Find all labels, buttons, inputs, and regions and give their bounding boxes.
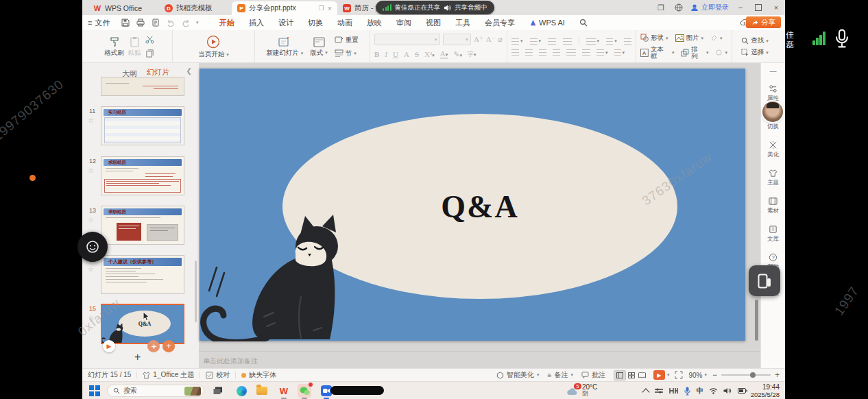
panel-scrollbar[interactable] [195,261,197,322]
redo-icon[interactable] [181,19,190,27]
play-slide-button[interactable]: ▶ [103,340,115,352]
wechat-icon[interactable] [298,384,311,398]
presenter-camera-avatar[interactable] [762,101,783,122]
shapes-button[interactable]: 形状▾ [640,34,668,42]
star-icon[interactable]: ☆ [88,265,94,273]
add-slide-button[interactable]: + [134,351,141,363]
tab-slideshow[interactable]: 放映 [367,18,382,28]
star-icon[interactable]: ☆ [88,216,94,223]
share-button[interactable]: 分享 [746,16,781,28]
zoom-out-button[interactable]: − [712,370,717,380]
format-painter-button[interactable]: 格式刷 [104,36,124,56]
layout-mode-icon[interactable]: ❐ [652,0,670,15]
tab-view[interactable]: 视图 [426,18,441,28]
taskbar-weather-widget[interactable]: 5 20°C 阴 [566,383,597,398]
collapse-sidebar-icon[interactable]: — [770,67,777,75]
outline-color-button[interactable]: ▾ [715,49,727,56]
restore-button[interactable] [749,0,767,15]
picture-button[interactable]: 图片▾ [675,34,704,42]
slide-thumbnail-15-selected[interactable]: Q&A [101,304,184,344]
close-button[interactable]: × [767,0,785,15]
tab-presentation-active[interactable]: P 分享会ppt.pptx ❐ × [232,1,337,15]
slide-thumbnail-12[interactable]: 求职经历 [101,156,184,195]
minimize-button[interactable]: − [732,0,749,15]
sidebar-item-library[interactable]: 文库 [761,225,785,243]
zoom-slider-handle[interactable] [750,372,756,378]
battery-icon[interactable] [738,388,747,394]
sidebar-item-beautify[interactable]: 美化 [761,141,785,159]
font-size-select[interactable]: ▾ [443,34,471,45]
start-button[interactable] [88,384,101,398]
paragraph-settings-button[interactable]: ▾ [614,49,625,56]
star-icon[interactable]: ☆ [88,117,94,124]
slide-thumbnail-10-partial[interactable] [101,77,184,96]
decrease-indent-button[interactable] [548,38,556,45]
increase-indent-button[interactable] [563,38,571,45]
tab-member[interactable]: 会员专享 [485,18,515,28]
meeting-mic-icon[interactable] [834,29,850,49]
copy-icon[interactable] [145,49,154,58]
tab-docer-templates[interactable]: D 找稻壳模板 [159,1,218,15]
tab-window-icon[interactable]: ❐ [319,5,324,12]
undo-icon[interactable] [166,19,175,27]
notes-placeholder[interactable]: 单击此处添加备注 [203,356,258,366]
sidebar-item-properties[interactable]: 属性 [761,84,785,103]
tab-transition[interactable]: 切换 [308,18,323,28]
file-explorer-icon[interactable] [255,384,269,398]
beautify-slide-button[interactable] [147,340,160,352]
proofing-label[interactable]: 校对 [216,370,230,380]
fit-slide-icon[interactable] [675,371,683,379]
decrease-font-icon[interactable]: A⁻ [486,35,496,44]
phonetic-guide-button[interactable]: 字▾ [468,50,477,59]
align-center-button[interactable] [525,49,533,56]
tab-close-icon[interactable]: × [328,4,332,12]
sidebar-item-assets[interactable]: 素材 [761,197,785,215]
zoom-in-button[interactable]: + [775,370,780,380]
font-family-select[interactable]: ▾ [374,34,440,45]
tab-tools[interactable]: 工具 [455,18,470,28]
wps-app-icon[interactable]: W [277,384,291,398]
fill-color-button[interactable]: ▾ [710,34,723,42]
comments-button[interactable]: 批注 [581,370,605,380]
tab-animation[interactable]: 动画 [337,18,352,28]
quick-add-slide-button[interactable]: + [162,340,175,352]
italic-button[interactable]: I [385,50,387,58]
bold-button[interactable]: B [374,50,379,58]
globe-icon[interactable] [670,0,688,15]
normal-view-button[interactable] [614,370,626,380]
edge-browser-icon[interactable] [234,384,248,398]
login-button[interactable]: 立即登录 [690,0,729,15]
underline-button[interactable]: U [393,50,398,58]
slide-sorter-view-button[interactable] [626,371,637,380]
search-icon[interactable] [579,19,588,27]
columns-button[interactable]: ▾ [586,38,600,45]
slide-thumbnail-13[interactable]: 求职经历 [101,206,184,245]
reading-view-button[interactable] [637,371,648,380]
reset-button[interactable]: 重置 [335,36,359,44]
strikethrough-button[interactable]: S [415,50,419,58]
slide-editor[interactable]: Q&A [200,69,745,341]
play-options-dropdown[interactable]: ▾ [667,372,670,378]
align-right-button[interactable] [539,49,546,56]
tab-review[interactable]: 审阅 [396,18,411,28]
slide-thumbnail-11[interactable]: 实习经历 [101,106,184,145]
tab-home[interactable]: 开始 [219,18,234,28]
zoom-slider[interactable] [721,374,771,376]
star-icon[interactable]: ☆ [88,167,94,174]
sidebar-item-theme[interactable]: 主题 [761,169,785,187]
paste-button[interactable]: 粘贴 [128,36,141,56]
export-icon[interactable] [151,19,160,27]
slideshow-play-button[interactable]: ▶ [653,370,665,380]
task-view-icon[interactable] [211,384,225,398]
zoom-level[interactable]: 90% [688,372,702,379]
textbox-button[interactable]: A 文本框▾ [640,46,674,59]
paragraph-spacing-button[interactable]: ▾ [596,49,608,56]
taskbar-clock[interactable]: 19:44 2025/5/28 [751,383,780,398]
notes-button[interactable]: ≡备注▾ [548,370,573,380]
font-color-button[interactable]: A▾ [440,49,448,59]
cut-icon[interactable] [145,35,154,44]
tab-design[interactable]: 设计 [278,18,293,28]
canvas-scrollbar[interactable] [755,300,758,341]
file-menu[interactable]: ≡ 文件 [88,15,110,30]
superscript-button[interactable]: X²▾ [424,50,435,58]
